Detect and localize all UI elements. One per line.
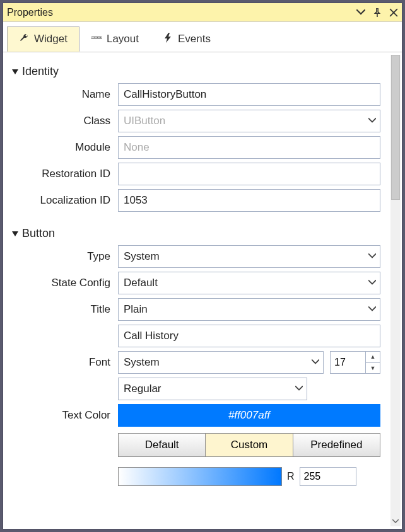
tab-label: Widget [34,33,68,45]
section-title: Button [22,227,55,240]
row-localization-id: Localization ID [9,189,380,212]
label-name: Name [9,88,118,101]
row-title-mode: Title Plain [9,298,380,321]
row-rgb: R [9,461,380,486]
label-module: Module [9,141,118,154]
label-class: Class [9,115,118,127]
row-module: Module [9,136,380,159]
combo-title-mode[interactable]: Plain [118,298,380,321]
section-identity[interactable]: Identity [12,65,380,78]
tab-widget[interactable]: Widget [7,26,79,52]
tab-label: Layout [107,33,139,45]
triangle-down-icon [12,69,18,74]
segbtn-default[interactable]: Default [118,433,206,457]
combo-title-mode-value: Plain [124,303,148,316]
row-name: Name [9,83,380,106]
input-module[interactable] [118,136,380,159]
input-r[interactable] [300,467,356,486]
triangle-down-icon [12,231,18,236]
section-button[interactable]: Button [12,227,380,240]
color-swatch[interactable]: #ff007aff [118,404,380,427]
combo-type[interactable]: System [118,245,380,268]
scrollbar[interactable] [390,55,401,526]
input-name[interactable] [118,83,380,106]
combo-class[interactable]: UIButton [118,110,380,132]
label-text-color: Text Color [9,409,118,422]
chevron-down-icon [312,356,319,369]
chevron-down-icon [295,383,303,395]
color-hex: #ff007aff [228,409,270,422]
row-font-weight: Regular [9,378,380,400]
tabstrip: Widget Layout Events [3,22,402,52]
row-title-text [9,325,380,347]
row-state-config: State Config Default [9,272,380,294]
section-title: Identity [22,65,59,78]
row-font: Font System ▲ ▼ [9,351,380,374]
row-restoration-id: Restoration ID [9,163,380,185]
scrollbar-thumb[interactable] [391,55,400,200]
ruler-icon [91,33,102,46]
properties-panel: Properties Widget Layout [3,3,402,529]
window-buttons [356,8,398,17]
input-font-size[interactable] [330,351,365,374]
label-type: Type [9,250,118,263]
label-localization-id: Localization ID [9,194,118,207]
combo-font-family[interactable]: System [118,351,324,374]
label-restoration-id: Restoration ID [9,168,118,180]
panel-title: Properties [7,7,356,18]
combo-font-family-value: System [124,356,160,369]
pin-icon[interactable] [373,8,382,17]
stepper-font-size: ▲ ▼ [330,351,380,374]
segmented-color-mode: Default Custom Predefined [118,433,380,457]
row-class: Class UIButton [9,110,380,132]
chevron-down-icon [368,250,376,263]
row-color-mode: Default Custom Predefined [9,433,380,457]
tab-events[interactable]: Events [151,26,223,52]
input-localization-id[interactable] [118,189,380,212]
input-title-text[interactable] [118,325,380,347]
tab-layout[interactable]: Layout [79,26,151,52]
combo-class-value: UIButton [124,115,165,127]
label-title: Title [9,303,118,316]
stepper-down[interactable]: ▼ [366,363,380,374]
input-restoration-id[interactable] [118,163,380,185]
row-text-color: Text Color #ff007aff [9,404,380,427]
content: Identity Name Class UIButton Module [3,52,389,529]
combo-state-config[interactable]: Default [118,272,380,294]
titlebar: Properties [3,3,402,22]
combo-font-weight[interactable]: Regular [118,378,307,400]
segbtn-custom[interactable]: Custom [206,433,293,457]
label-font: Font [9,356,118,369]
segbtn-predefined[interactable]: Predefined [293,433,380,457]
wrench-icon [19,33,29,46]
stepper-up[interactable]: ▲ [366,352,380,363]
dropdown-icon[interactable] [356,8,365,17]
label-state-config: State Config [9,277,118,289]
chevron-down-icon [368,303,376,316]
combo-type-value: System [124,250,160,263]
close-icon[interactable] [389,8,398,17]
chevron-down-icon [368,115,376,127]
combo-state-config-value: Default [124,277,158,289]
label-r: R [287,471,295,482]
chevron-down-icon [368,277,376,289]
tab-label: Events [178,33,211,45]
row-type: Type System [9,245,380,268]
gradient-preview[interactable] [118,467,282,486]
scroll-down-icon[interactable] [390,516,401,526]
scroll-area: Identity Name Class UIButton Module [3,52,402,529]
lightning-icon [163,33,173,46]
combo-font-weight-value: Regular [124,383,161,395]
